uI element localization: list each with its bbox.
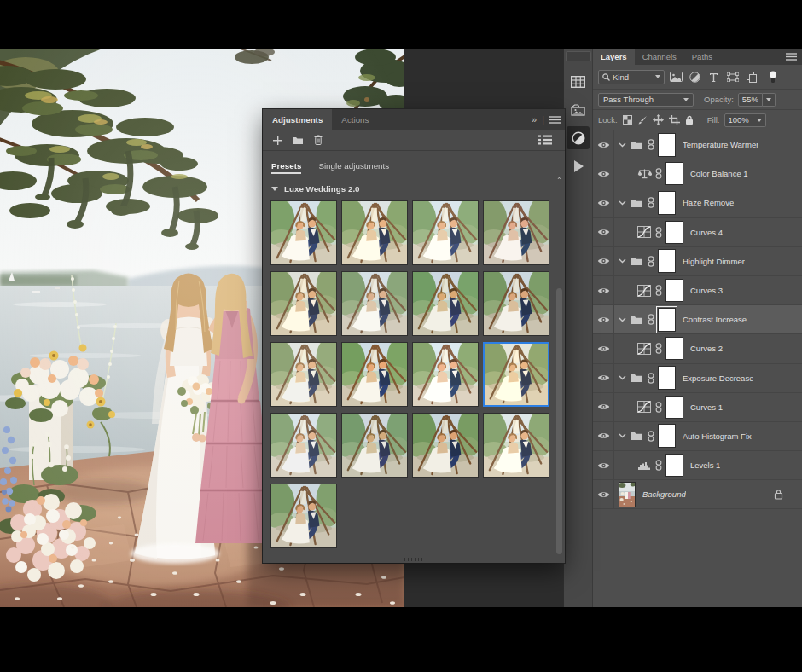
chevron-down-icon[interactable] xyxy=(619,258,626,264)
layer-row-curves-2[interactable]: Curves 2 xyxy=(593,334,802,363)
layer-row-levels-1[interactable]: Levels 1 xyxy=(593,451,802,480)
layer-mask-thumbnail[interactable] xyxy=(658,249,676,273)
filter-toggle-switch[interactable] xyxy=(765,70,780,84)
mask-link-icon[interactable] xyxy=(648,197,654,208)
preset-group-header[interactable]: Luxe Weddings 2.0 xyxy=(263,177,565,200)
dock-libraries-button[interactable] xyxy=(567,98,590,121)
visibility-toggle[interactable] xyxy=(593,276,614,304)
preset-thumbnail-7[interactable] xyxy=(412,271,479,336)
delete-trash-icon[interactable] xyxy=(311,132,326,148)
scrollbar-thumb[interactable] xyxy=(556,288,562,554)
visibility-toggle[interactable] xyxy=(593,480,614,508)
preset-thumbnail-13[interactable] xyxy=(270,413,337,478)
preset-thumbnail-8[interactable] xyxy=(483,271,549,336)
layer-mask-thumbnail[interactable] xyxy=(665,221,683,244)
visibility-toggle[interactable] xyxy=(593,130,614,159)
layer-row-temperature-warmer[interactable]: Temperature Warmer xyxy=(593,130,802,159)
tab-channels[interactable]: Channels xyxy=(635,49,684,65)
preset-thumbnail-5[interactable] xyxy=(270,271,337,336)
layer-row-highlight-dimmer[interactable]: Highlight Dimmer xyxy=(593,247,802,276)
chevron-down-icon[interactable] xyxy=(619,200,626,206)
visibility-toggle[interactable] xyxy=(593,393,614,421)
chevron-down-icon[interactable] xyxy=(619,142,626,148)
preset-thumbnail-16[interactable] xyxy=(483,413,549,478)
preset-thumbnail-12[interactable] xyxy=(483,342,549,407)
adjustment-layer-filter-icon[interactable] xyxy=(688,70,702,84)
mask-link-icon[interactable] xyxy=(655,168,662,179)
opacity-value[interactable]: 55% xyxy=(738,93,763,107)
preset-thumbnail-11[interactable] xyxy=(412,342,479,407)
layer-row-curves-3[interactable]: Curves 3 xyxy=(593,276,802,305)
visibility-toggle[interactable] xyxy=(593,247,614,275)
preset-thumbnail-9[interactable] xyxy=(270,342,337,407)
mask-link-icon[interactable] xyxy=(648,431,654,442)
visibility-toggle[interactable] xyxy=(593,188,614,217)
layer-mask-thumbnail[interactable] xyxy=(665,337,683,360)
preset-thumbnail-15[interactable] xyxy=(412,413,479,478)
layer-mask-thumbnail[interactable] xyxy=(665,279,683,302)
preset-thumbnail-14[interactable] xyxy=(341,413,408,478)
layer-mask-thumbnail[interactable] xyxy=(665,162,683,185)
layer-row-curves-4[interactable]: Curves 4 xyxy=(593,218,802,247)
pixel-layer-filter-icon[interactable] xyxy=(669,70,683,84)
shape-layer-filter-icon[interactable] xyxy=(725,70,740,84)
adjustments-panel-menu-icon[interactable] xyxy=(545,109,565,130)
layer-mask-thumbnail[interactable] xyxy=(658,133,676,157)
dock-grid-button[interactable] xyxy=(567,70,590,93)
add-preset-icon[interactable] xyxy=(270,132,285,148)
mask-link-icon[interactable] xyxy=(655,460,662,471)
visibility-toggle[interactable] xyxy=(593,159,614,188)
visibility-toggle[interactable] xyxy=(593,422,614,450)
visibility-toggle[interactable] xyxy=(593,451,614,479)
panel-resize-grip[interactable] xyxy=(404,558,423,561)
mask-link-icon[interactable] xyxy=(655,343,662,354)
type-layer-filter-icon[interactable] xyxy=(706,70,721,84)
layer-mask-thumbnail[interactable] xyxy=(665,454,683,477)
lock-all-icon[interactable] xyxy=(685,115,694,125)
collapse-panel-icon[interactable]: » xyxy=(527,109,541,130)
kind-filter-select[interactable]: Kind xyxy=(598,70,665,84)
chevron-down-icon[interactable] xyxy=(619,433,626,438)
lock-paint-brush-icon[interactable] xyxy=(637,115,648,125)
lock-artboard-icon[interactable] xyxy=(669,115,680,125)
tab-adjustments[interactable]: Adjustments xyxy=(263,109,332,130)
mask-link-icon[interactable] xyxy=(655,402,662,413)
layers-panel-menu-icon[interactable] xyxy=(781,49,802,65)
layer-row-exposure-decrease[interactable]: Exposure Decrease xyxy=(593,364,802,393)
layer-mask-thumbnail[interactable] xyxy=(658,424,676,448)
dock-header[interactable] xyxy=(566,51,591,61)
new-group-folder-icon[interactable] xyxy=(290,132,305,148)
preset-thumbnail-10[interactable] xyxy=(341,342,408,407)
preset-thumbnail-6[interactable] xyxy=(341,271,408,336)
scrollbar[interactable]: ⌃ xyxy=(555,177,563,556)
blend-mode-select[interactable]: Pass Through xyxy=(598,93,694,107)
preset-thumbnail-3[interactable] xyxy=(412,200,479,265)
layer-mask-thumbnail[interactable] xyxy=(658,308,676,332)
layer-row-auto-histogram-fix[interactable]: Auto Histogram Fix xyxy=(593,422,802,451)
fill-dropdown-icon[interactable] xyxy=(753,113,766,127)
visibility-toggle[interactable] xyxy=(593,305,614,333)
mask-link-icon[interactable] xyxy=(648,256,654,267)
mask-link-icon[interactable] xyxy=(655,227,662,238)
layer-row-curves-1[interactable]: Curves 1 xyxy=(593,393,802,422)
visibility-toggle[interactable] xyxy=(593,364,614,392)
tab-actions[interactable]: Actions xyxy=(332,109,378,130)
lock-move-icon[interactable] xyxy=(653,114,664,125)
opacity-dropdown-icon[interactable] xyxy=(763,93,776,107)
visibility-toggle[interactable] xyxy=(593,334,614,362)
subtab-presets[interactable]: Presets xyxy=(271,161,301,177)
mask-link-icon[interactable] xyxy=(648,139,654,150)
fill-value[interactable]: 100% xyxy=(724,113,753,127)
dock-actions-button[interactable] xyxy=(567,154,590,177)
layer-mask-thumbnail[interactable] xyxy=(658,366,676,390)
lock-transparency-icon[interactable] xyxy=(623,115,632,125)
tab-layers[interactable]: Layers xyxy=(593,49,635,65)
tab-paths[interactable]: Paths xyxy=(684,49,720,65)
chevron-down-icon[interactable] xyxy=(619,375,626,380)
layer-row-contrast-increase[interactable]: Contrast Increase xyxy=(593,305,802,334)
preset-thumbnail-17[interactable] xyxy=(270,484,337,548)
scroll-up-icon[interactable]: ⌃ xyxy=(556,177,562,184)
preset-thumbnail-2[interactable] xyxy=(341,200,408,265)
mask-link-icon[interactable] xyxy=(648,314,654,325)
smart-object-filter-icon[interactable] xyxy=(744,70,758,84)
